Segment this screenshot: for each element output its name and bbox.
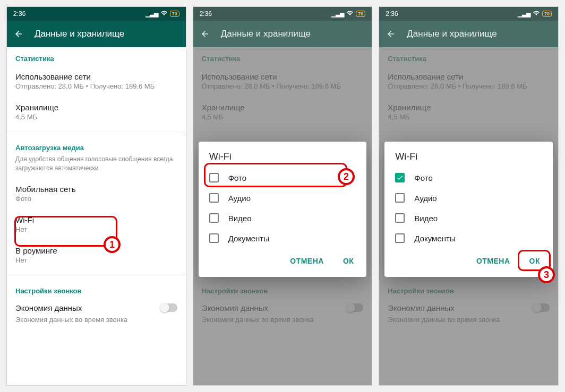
status-time: 2:36 xyxy=(386,10,518,18)
cancel-button[interactable]: ОТМЕНА xyxy=(284,252,330,269)
phone-screen-2: 2:36 ▁▃▅ 70 Данные и хранилище Статистик… xyxy=(193,6,373,386)
dialog-title: Wi-Fi xyxy=(384,142,553,168)
status-bar: 2:36 ▁▃▅ 70 xyxy=(7,7,186,21)
dialog-option-photo[interactable]: Фото xyxy=(384,168,553,188)
status-bar: 2:36 ▁▃▅ 70 xyxy=(193,7,372,21)
arrow-left-icon xyxy=(14,29,23,39)
wifi-icon xyxy=(160,11,168,17)
phone-screen-3: 2:36 ▁▃▅ 70 Данные и хранилище Статистик… xyxy=(379,6,559,386)
wifi-icon xyxy=(533,11,540,17)
status-icons: ▁▃▅ 70 xyxy=(518,11,552,18)
checkbox-audio[interactable] xyxy=(209,193,219,203)
signal-icon: ▁▃▅ xyxy=(145,11,158,18)
ok-button[interactable]: ОК xyxy=(337,252,360,269)
checkbox-photo-checked[interactable] xyxy=(395,173,405,182)
item-low-data[interactable]: Экономия данных xyxy=(193,298,372,315)
wifi-dialog: Wi-Fi Фото Аудио Видео Документы ОТМЕНА … xyxy=(384,142,553,277)
toggle-low-data[interactable] xyxy=(160,303,177,312)
phone-screen-1: 2:36 ▁▃▅ 70 Данные и хранилище Статистик… xyxy=(6,6,186,386)
dialog-option-documents[interactable]: Документы xyxy=(384,228,553,248)
app-bar: Данные и хранилище xyxy=(379,21,558,47)
checkbox-audio[interactable] xyxy=(395,193,405,203)
check-icon xyxy=(396,174,404,181)
battery-icon: 70 xyxy=(542,11,552,17)
dialog-actions: ОТМЕНА ОК xyxy=(384,248,553,275)
dialog-option-documents[interactable]: Документы xyxy=(199,228,367,248)
checkbox-documents[interactable] xyxy=(209,233,219,243)
settings-content: Статистика Использование сети Отправлено… xyxy=(7,47,186,385)
checkbox-video[interactable] xyxy=(209,213,219,223)
arrow-left-icon xyxy=(386,29,396,39)
item-network-usage[interactable]: Использование сети Отправлено: 28,0 МБ •… xyxy=(7,66,186,97)
dialog-option-audio[interactable]: Аудио xyxy=(384,188,553,208)
dialog-actions: ОТМЕНА ОК xyxy=(199,248,367,275)
signal-icon: ▁▃▅ xyxy=(518,11,530,18)
divider xyxy=(7,132,186,132)
battery-icon: 70 xyxy=(356,11,365,17)
item-storage[interactable]: Хранилище 4,5 МБ xyxy=(193,97,372,127)
battery-icon: 70 xyxy=(170,11,179,17)
signal-icon: ▁▃▅ xyxy=(331,11,344,18)
toggle-low-data[interactable] xyxy=(346,303,363,312)
item-low-data[interactable]: Экономия данных xyxy=(379,298,558,315)
wifi-icon xyxy=(346,11,354,17)
wifi-dialog: Wi-Fi Фото Аудио Видео Документы ОТМЕНА … xyxy=(199,142,367,277)
dialog-title: Wi-Fi xyxy=(199,142,367,168)
back-button[interactable] xyxy=(198,27,212,41)
item-storage[interactable]: Хранилище 4,5 МБ xyxy=(7,97,186,127)
arrow-left-icon xyxy=(200,29,210,39)
dialog-option-photo[interactable]: Фото xyxy=(199,168,367,188)
divider xyxy=(7,275,186,275)
item-network-usage[interactable]: Использование сети Отправлено: 28,0 МБ •… xyxy=(193,66,372,97)
toggle-low-data[interactable] xyxy=(533,303,550,312)
status-bar: 2:36 ▁▃▅ 70 xyxy=(379,7,558,21)
dialog-option-video[interactable]: Видео xyxy=(384,208,553,228)
section-statistics: Статистика xyxy=(7,47,186,66)
app-bar: Данные и хранилище xyxy=(7,21,186,47)
item-mobile-data[interactable]: Мобильная сеть Фото xyxy=(7,178,186,209)
section-call-settings: Настройки звонков xyxy=(7,280,186,298)
page-title: Данные и хранилище xyxy=(35,29,124,39)
status-time: 2:36 xyxy=(13,10,145,18)
item-roaming[interactable]: В роуминге Нет xyxy=(7,240,186,271)
autodownload-description: Для удобства общения голосовые сообщения… xyxy=(7,155,186,178)
status-icons: ▁▃▅ 70 xyxy=(331,11,365,18)
checkbox-documents[interactable] xyxy=(395,233,405,243)
item-low-data[interactable]: Экономия данных xyxy=(7,298,186,315)
ok-button[interactable]: ОК xyxy=(523,252,546,269)
back-button[interactable] xyxy=(11,27,26,41)
cancel-button[interactable]: ОТМЕНА xyxy=(470,252,517,269)
checkbox-photo[interactable] xyxy=(209,173,219,182)
dialog-option-video[interactable]: Видео xyxy=(199,208,367,228)
app-bar: Данные и хранилище xyxy=(193,21,372,47)
status-icons: ▁▃▅ 70 xyxy=(145,11,179,18)
dialog-option-audio[interactable]: Аудио xyxy=(199,188,367,208)
status-time: 2:36 xyxy=(200,10,332,18)
item-wifi[interactable]: Wi-Fi Нет xyxy=(7,209,186,240)
page-title: Данные и хранилище xyxy=(221,29,311,39)
checkbox-video[interactable] xyxy=(395,213,405,223)
section-autodownload: Автозагрузка медиа xyxy=(7,136,186,155)
back-button[interactable] xyxy=(383,27,398,41)
page-title: Данные и хранилище xyxy=(407,29,496,39)
